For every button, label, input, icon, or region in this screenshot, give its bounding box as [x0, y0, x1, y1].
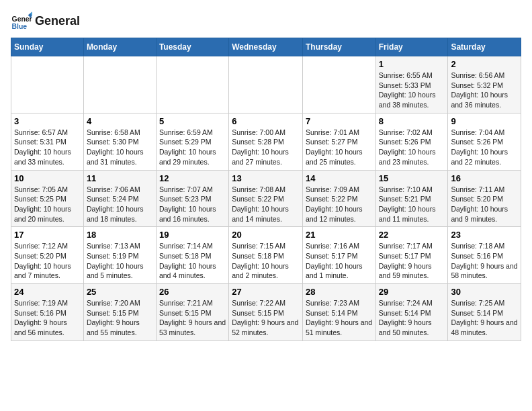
day-number: 9 [451, 116, 518, 126]
day-info: Sunrise: 6:57 AM Sunset: 5:31 PM Dayligh… [14, 128, 81, 167]
calendar-body: 1Sunrise: 6:55 AM Sunset: 5:33 PM Daylig… [11, 56, 521, 341]
day-info: Sunrise: 6:56 AM Sunset: 5:32 PM Dayligh… [451, 71, 518, 110]
day-number: 17 [14, 230, 81, 240]
day-cell: 27Sunrise: 7:22 AM Sunset: 5:15 PM Dayli… [229, 284, 303, 341]
day-cell: 24Sunrise: 7:19 AM Sunset: 5:16 PM Dayli… [11, 284, 84, 341]
day-cell: 11Sunrise: 7:06 AM Sunset: 5:24 PM Dayli… [83, 170, 156, 227]
svg-text:Blue: Blue [12, 23, 28, 30]
header-day-wednesday: Wednesday [229, 38, 303, 56]
day-cell [229, 56, 303, 113]
day-cell: 14Sunrise: 7:09 AM Sunset: 5:22 PM Dayli… [302, 170, 375, 227]
logo: General Blue General [11, 11, 80, 32]
day-number: 28 [306, 287, 373, 297]
day-cell: 4Sunrise: 6:58 AM Sunset: 5:30 PM Daylig… [83, 113, 156, 170]
day-number: 21 [306, 230, 373, 240]
day-number: 12 [159, 173, 226, 183]
svg-text:General: General [12, 15, 32, 23]
day-number: 4 [87, 116, 153, 126]
day-info: Sunrise: 7:23 AM Sunset: 5:14 PM Dayligh… [306, 298, 373, 338]
day-info: Sunrise: 7:19 AM Sunset: 5:16 PM Dayligh… [14, 298, 81, 338]
day-info: Sunrise: 7:15 AM Sunset: 5:18 PM Dayligh… [232, 241, 300, 281]
day-number: 15 [379, 173, 445, 183]
day-info: Sunrise: 7:25 AM Sunset: 5:14 PM Dayligh… [451, 298, 518, 338]
day-cell: 16Sunrise: 7:11 AM Sunset: 5:20 PM Dayli… [448, 170, 521, 227]
day-number: 23 [451, 230, 518, 240]
day-cell: 29Sunrise: 7:24 AM Sunset: 5:14 PM Dayli… [375, 284, 448, 341]
day-cell: 10Sunrise: 7:05 AM Sunset: 5:25 PM Dayli… [11, 170, 84, 227]
day-info: Sunrise: 7:02 AM Sunset: 5:26 PM Dayligh… [379, 128, 445, 167]
day-cell: 19Sunrise: 7:14 AM Sunset: 5:18 PM Dayli… [156, 227, 228, 284]
day-info: Sunrise: 7:06 AM Sunset: 5:24 PM Dayligh… [87, 185, 153, 224]
day-number: 8 [379, 116, 445, 126]
logo-text-line1: General [35, 15, 80, 28]
week-row-4: 17Sunrise: 7:12 AM Sunset: 5:20 PM Dayli… [11, 227, 521, 284]
day-number: 1 [379, 59, 445, 69]
day-cell: 22Sunrise: 7:17 AM Sunset: 5:17 PM Dayli… [375, 227, 448, 284]
day-number: 25 [87, 287, 153, 297]
day-cell: 21Sunrise: 7:16 AM Sunset: 5:17 PM Dayli… [302, 227, 375, 284]
day-info: Sunrise: 7:05 AM Sunset: 5:25 PM Dayligh… [14, 185, 81, 224]
day-number: 22 [379, 230, 445, 240]
day-cell: 12Sunrise: 7:07 AM Sunset: 5:23 PM Dayli… [156, 170, 228, 227]
day-number: 14 [306, 173, 373, 183]
day-number: 10 [14, 173, 81, 183]
header-row: SundayMondayTuesdayWednesdayThursdayFrid… [11, 38, 521, 56]
day-cell: 15Sunrise: 7:10 AM Sunset: 5:21 PM Dayli… [375, 170, 448, 227]
day-info: Sunrise: 7:01 AM Sunset: 5:27 PM Dayligh… [306, 128, 373, 167]
day-number: 29 [379, 287, 445, 297]
calendar-table: SundayMondayTuesdayWednesdayThursdayFrid… [11, 38, 521, 341]
header-day-thursday: Thursday [302, 38, 375, 56]
day-info: Sunrise: 7:11 AM Sunset: 5:20 PM Dayligh… [451, 185, 518, 224]
day-number: 19 [159, 230, 226, 240]
day-number: 5 [159, 116, 226, 126]
day-cell: 23Sunrise: 7:18 AM Sunset: 5:16 PM Dayli… [448, 227, 521, 284]
header-day-friday: Friday [375, 38, 448, 56]
day-info: Sunrise: 7:17 AM Sunset: 5:17 PM Dayligh… [379, 241, 445, 281]
day-number: 27 [232, 287, 300, 297]
header-day-saturday: Saturday [448, 38, 521, 56]
day-number: 26 [159, 287, 226, 297]
day-cell [156, 56, 228, 113]
day-cell: 6Sunrise: 7:00 AM Sunset: 5:28 PM Daylig… [229, 113, 303, 170]
day-info: Sunrise: 7:24 AM Sunset: 5:14 PM Dayligh… [379, 298, 445, 338]
day-number: 11 [87, 173, 153, 183]
week-row-1: 1Sunrise: 6:55 AM Sunset: 5:33 PM Daylig… [11, 56, 521, 113]
day-number: 20 [232, 230, 300, 240]
day-number: 3 [14, 116, 81, 126]
day-cell: 26Sunrise: 7:21 AM Sunset: 5:15 PM Dayli… [156, 284, 228, 341]
day-cell: 8Sunrise: 7:02 AM Sunset: 5:26 PM Daylig… [375, 113, 448, 170]
day-number: 18 [87, 230, 153, 240]
day-cell: 13Sunrise: 7:08 AM Sunset: 5:22 PM Dayli… [229, 170, 303, 227]
day-info: Sunrise: 7:22 AM Sunset: 5:15 PM Dayligh… [232, 298, 300, 338]
header-day-monday: Monday [83, 38, 156, 56]
week-row-5: 24Sunrise: 7:19 AM Sunset: 5:16 PM Dayli… [11, 284, 521, 341]
day-cell: 17Sunrise: 7:12 AM Sunset: 5:20 PM Dayli… [11, 227, 84, 284]
day-info: Sunrise: 7:20 AM Sunset: 5:15 PM Dayligh… [87, 298, 153, 338]
day-number: 30 [451, 287, 518, 297]
day-info: Sunrise: 7:21 AM Sunset: 5:15 PM Dayligh… [159, 298, 226, 338]
day-number: 6 [232, 116, 300, 126]
day-info: Sunrise: 7:16 AM Sunset: 5:17 PM Dayligh… [306, 241, 373, 281]
day-info: Sunrise: 7:09 AM Sunset: 5:22 PM Dayligh… [306, 185, 373, 224]
day-info: Sunrise: 6:55 AM Sunset: 5:33 PM Dayligh… [379, 71, 445, 110]
day-info: Sunrise: 7:10 AM Sunset: 5:21 PM Dayligh… [379, 185, 445, 224]
day-cell: 1Sunrise: 6:55 AM Sunset: 5:33 PM Daylig… [375, 56, 448, 113]
day-number: 7 [306, 116, 373, 126]
day-cell: 25Sunrise: 7:20 AM Sunset: 5:15 PM Dayli… [83, 284, 156, 341]
header-day-tuesday: Tuesday [156, 38, 228, 56]
header-day-sunday: Sunday [11, 38, 84, 56]
calendar-header: SundayMondayTuesdayWednesdayThursdayFrid… [11, 38, 521, 56]
day-info: Sunrise: 7:12 AM Sunset: 5:20 PM Dayligh… [14, 241, 81, 281]
day-info: Sunrise: 6:59 AM Sunset: 5:29 PM Dayligh… [159, 128, 226, 167]
week-row-3: 10Sunrise: 7:05 AM Sunset: 5:25 PM Dayli… [11, 170, 521, 227]
day-number: 24 [14, 287, 81, 297]
logo-icon: General Blue [11, 11, 32, 32]
day-cell: 2Sunrise: 6:56 AM Sunset: 5:32 PM Daylig… [448, 56, 521, 113]
page-header: General Blue General [11, 11, 521, 32]
day-number: 2 [451, 59, 518, 69]
day-cell [302, 56, 375, 113]
day-cell: 20Sunrise: 7:15 AM Sunset: 5:18 PM Dayli… [229, 227, 303, 284]
day-number: 16 [451, 173, 518, 183]
day-info: Sunrise: 7:13 AM Sunset: 5:19 PM Dayligh… [87, 241, 153, 281]
day-info: Sunrise: 7:08 AM Sunset: 5:22 PM Dayligh… [232, 185, 300, 224]
